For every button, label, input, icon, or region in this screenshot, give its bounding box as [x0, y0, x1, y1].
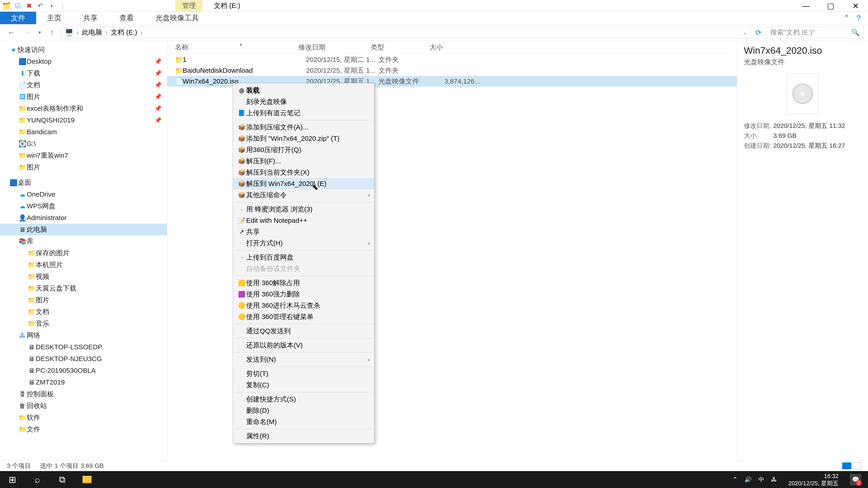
- col-date[interactable]: 修改日期: [298, 43, 371, 52]
- tree-software[interactable]: 📁软件: [0, 412, 167, 423]
- tree-recycle[interactable]: 🗑回收站: [0, 400, 167, 412]
- tray-overflow-icon[interactable]: ⌃: [733, 476, 738, 483]
- tree-tianyi[interactable]: 📁天翼云盘下载: [0, 283, 167, 294]
- tree-pc4[interactable]: 🖥ZMT2019: [0, 377, 167, 388]
- search-input[interactable]: 搜索"文档 (E:)" 🔍: [766, 27, 864, 38]
- breadcrumb-docs[interactable]: 文档 (E:): [111, 28, 137, 37]
- context-item[interactable]: 🟡 使用 360进行木马云查杀: [233, 300, 374, 311]
- tree-local-pics[interactable]: 📁本机照片: [0, 259, 167, 271]
- tree-videos[interactable]: 📁视频: [0, 271, 167, 283]
- tree-desktop2[interactable]: 🟦桌面: [0, 177, 167, 188]
- tree-network[interactable]: 🖧网络: [0, 329, 167, 341]
- chevron-right-icon[interactable]: ›: [137, 29, 146, 36]
- tab-view[interactable]: 查看: [108, 12, 145, 24]
- tab-home[interactable]: 主页: [36, 12, 72, 24]
- context-item[interactable]: 剪切(T): [233, 368, 374, 379]
- tab-share[interactable]: 共享: [72, 12, 108, 24]
- context-item[interactable]: 删除(D): [233, 405, 374, 416]
- explorer-taskbar-button[interactable]: [74, 471, 99, 488]
- tree-documents[interactable]: 📄文档📌: [0, 79, 167, 91]
- tree-pictures[interactable]: 🖼图片📌: [0, 91, 167, 103]
- tree-wps[interactable]: ☁WPS网盘: [0, 200, 167, 212]
- close-button[interactable]: ✕: [843, 0, 868, 11]
- context-item[interactable]: ↗ 共享: [233, 226, 374, 237]
- qat-dropdown-icon[interactable]: ▾: [47, 1, 56, 10]
- icons-view-button[interactable]: [852, 462, 861, 469]
- file-row[interactable]: 📁 BaiduNetdiskDownload 2020/12/25, 星期五 1…: [167, 65, 737, 76]
- context-item[interactable]: 创建快捷方式(S): [233, 394, 374, 405]
- breadcrumb[interactable]: 🖥️ › 此电脑 › 文档 (E:) › ⌄: [61, 27, 750, 38]
- checkbox-icon[interactable]: ☑: [13, 1, 22, 10]
- tree-pc1[interactable]: 🖥DESKTOP-LSSOEDP: [0, 341, 167, 353]
- tree-pc2[interactable]: 🖥DESKTOP-NJEU3CG: [0, 353, 167, 365]
- ribbon-collapse-icon[interactable]: ⌃: [844, 13, 850, 22]
- context-item[interactable]: 📦 解压到当前文件夹(X): [233, 167, 374, 178]
- context-item[interactable]: 📦 添加到压缩文件(A)...: [233, 122, 374, 133]
- context-item[interactable]: 刻录光盘映像: [233, 96, 374, 107]
- tab-file[interactable]: 文件: [0, 12, 36, 24]
- chevron-down-icon[interactable]: ⌄: [743, 30, 747, 35]
- forward-button[interactable]: →: [20, 28, 34, 37]
- chevron-right-icon[interactable]: ›: [102, 29, 111, 36]
- context-item[interactable]: ◎ 装载: [233, 85, 374, 96]
- tree-this-pc[interactable]: 🖥此电脑: [0, 224, 167, 235]
- tree-ctrlpanel[interactable]: 🎛控制面板: [0, 388, 167, 400]
- col-size[interactable]: 大小: [430, 43, 475, 52]
- tree-pc3[interactable]: 🖥PC-20190530OBLA: [0, 365, 167, 377]
- help-icon[interactable]: ?: [857, 13, 864, 22]
- recent-dropdown[interactable]: ▾: [36, 30, 43, 35]
- tree-yunqishi[interactable]: 📁YUNQISHI2019📌: [0, 114, 167, 126]
- refresh-button[interactable]: ⟳: [753, 28, 764, 37]
- tree-bandicam[interactable]: 📁Bandicam: [0, 126, 167, 138]
- context-item[interactable]: 还原以前的版本(V): [233, 339, 374, 351]
- up-button[interactable]: ↑: [45, 28, 59, 37]
- tree-files[interactable]: 📁文件: [0, 423, 167, 435]
- tree-g-drive[interactable]: 💽G:\: [0, 138, 167, 150]
- context-item[interactable]: 📦 解压到(F)...: [233, 156, 374, 167]
- tree-admin[interactable]: 👤Administrator: [0, 212, 167, 224]
- context-item[interactable]: 🟡 使用 360管理右键菜单: [233, 311, 374, 322]
- context-item[interactable]: 📦 用360压缩打开(Q): [233, 144, 374, 156]
- chevron-right-icon[interactable]: ›: [73, 29, 82, 36]
- context-item[interactable]: 📦 解压到 Win7x64_2020\ (E): [233, 178, 374, 189]
- undo-icon[interactable]: ↶: [36, 1, 45, 10]
- clock[interactable]: 16:32 2020/12/25, 星期五: [784, 473, 843, 487]
- context-item[interactable]: 通过QQ发送到: [233, 325, 374, 337]
- tree-libraries[interactable]: 📚库: [0, 235, 167, 247]
- back-button[interactable]: ←: [4, 28, 18, 37]
- context-item[interactable]: 📝 Edit with Notepad++: [233, 215, 374, 226]
- tree-excel[interactable]: 📁excel表格制作求和📌: [0, 103, 167, 114]
- context-item[interactable]: 📦 其他压缩命令 ›: [233, 189, 374, 201]
- network-icon[interactable]: 🖧: [771, 476, 777, 483]
- volume-icon[interactable]: 🔊: [744, 476, 752, 483]
- context-item[interactable]: 🟨 使用 360解除占用: [233, 277, 374, 289]
- file-row[interactable]: 📁 1 2020/12/15, 星期二 1... 文件夹: [167, 54, 737, 65]
- context-item[interactable]: 打开方式(H) ›: [233, 237, 374, 249]
- breadcrumb-this-pc[interactable]: 此电脑: [82, 28, 102, 37]
- tree-pictures2[interactable]: 📁图片: [0, 161, 167, 173]
- tree-onedrive[interactable]: ☁OneDrive: [0, 188, 167, 200]
- tree-music[interactable]: 📁音乐: [0, 318, 167, 329]
- tree-desktop[interactable]: 🟦Desktop📌: [0, 56, 167, 67]
- tree-docs2[interactable]: 📁文档: [0, 306, 167, 318]
- context-item[interactable]: 🟪 使用 360强力删除: [233, 289, 374, 300]
- context-item[interactable]: · 用 蜂蜜浏览器 浏览(3): [233, 203, 374, 215]
- context-item[interactable]: · 上传到百度网盘: [233, 252, 374, 263]
- context-item[interactable]: 重命名(M): [233, 416, 374, 427]
- tree-saved-pics[interactable]: 📁保存的图片: [0, 247, 167, 259]
- delete-icon[interactable]: ✖: [24, 1, 33, 10]
- details-view-button[interactable]: [842, 462, 851, 469]
- task-view-button[interactable]: ⧉: [50, 471, 74, 488]
- col-type[interactable]: 类型: [371, 43, 430, 52]
- ribbon-context-tab[interactable]: 管理: [176, 0, 203, 11]
- start-button[interactable]: ⊞: [0, 471, 25, 488]
- tab-disc-tools[interactable]: 光盘映像工具: [145, 12, 210, 24]
- context-item[interactable]: 属性(R): [233, 430, 374, 442]
- context-item[interactable]: 📦 添加到 "Win7x64_2020.zip" (T): [233, 133, 374, 144]
- tree-downloads[interactable]: ⬇下载📌: [0, 67, 167, 79]
- context-item[interactable]: 发送到(N) ›: [233, 354, 374, 365]
- tree-quick-access[interactable]: ★快速访问: [0, 44, 167, 56]
- col-name[interactable]: 名称: [167, 43, 298, 52]
- minimize-button[interactable]: —: [794, 0, 818, 11]
- tree-win7[interactable]: 📁win7重装win7: [0, 150, 167, 161]
